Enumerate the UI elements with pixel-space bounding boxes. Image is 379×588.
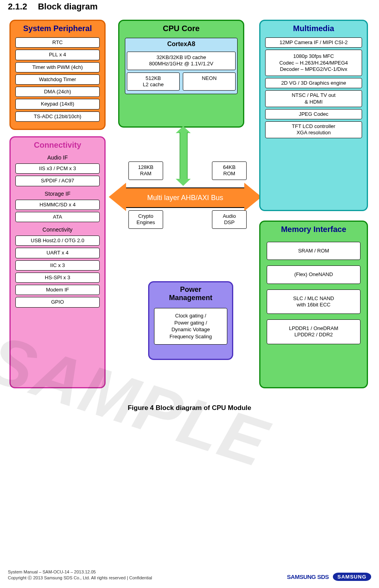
list-item: JPEG Codec [265,109,362,119]
vertical-connector [180,132,188,180]
bus-ram-box: 128KB RAM [128,161,163,180]
bus-audio-dsp-box: Audio DSP [212,210,247,229]
power-body: Clock gating / Power gating / Dynamic Vo… [154,308,227,344]
cpu-core-panel: CPU Core CortexA8 32KB/32KB I/D cache 80… [118,20,244,128]
list-item: (Flex) OneNAND [267,265,360,284]
multimedia-panel: Multimedia 12MP Camera IF / MIPI CSI-2 1… [259,20,368,211]
list-item: S/PDIF / AC97 [15,176,100,186]
list-item: NTSC / PAL TV out & HDMI [265,90,362,107]
list-item: 1080p 30fps MFC Codec – H.263/H.264/MPEG… [265,50,362,76]
connectivity-panel: Connectivity Audio IF IIS x3 / PCM x 3 S… [9,136,106,388]
l2-box: 512KB L2 cache [127,72,180,91]
cache-box: 32KB/32KB I/D cache 800MHz/1GHz @ 1.1V/1… [127,52,236,70]
list-item: GPIO [15,297,100,307]
section-title: Block diagram [38,2,98,11]
panel-title: Memory Interface [264,224,364,236]
arrow-down-icon [176,179,191,186]
list-item: Keypad (14x8) [15,99,100,109]
list-item: TS-ADC (12bit/10ch) [15,111,100,122]
list-item: IIC x 3 [15,260,100,271]
list-item: HSMMC/SD x 4 [15,200,100,210]
sub-heading: Audio IF [14,152,101,161]
panel-title: Multimedia [264,23,364,35]
footer-logos: SAMSUNG SDS SAMSUNG [287,573,371,581]
power-management-panel: Power Management Clock gating / Power ga… [148,281,233,360]
list-item: USB Host2.0 / OTG 2.0 [15,236,100,246]
panel-title: Power Management [152,285,229,304]
list-item: DMA (24ch) [15,87,100,97]
cortex-title: CortexA8 [127,40,236,49]
page-footer: System Manual – SAM-OCU-14 – 2013.12.05 … [8,569,371,581]
list-item: RTC [15,37,100,48]
panel-title: CPU Core [123,23,240,35]
memory-interface-panel: Memory Interface SRAM / ROM (Flex) OneNA… [259,221,368,388]
list-item: Timer with PWM (4ch) [15,62,100,72]
list-item: Modem IF [15,285,100,295]
footer-line: System Manual – SAM-OCU-14 – 2013.12.05 [8,569,152,575]
list-item: SRAM / ROM [267,242,360,260]
sub-heading: Storage IF [14,188,101,198]
list-item: TFT LCD controller XGA resolution [265,121,362,138]
block-diagram: System Peripheral RTC PLL x 4 Timer with… [8,20,370,398]
system-peripheral-panel: System Peripheral RTC PLL x 4 Timer with… [9,20,106,130]
footer-line: Copyright ⓒ 2013 Samsung SDS Co., Ltd. A… [8,575,152,581]
bus-crypto-box: Crypto Engines [128,210,163,229]
neon-box: NEON [183,72,236,91]
list-item: UART x 4 [15,248,100,258]
sub-heading: Connectivity [14,224,101,234]
section-heading: 2.1.2 Block diagram [8,0,371,20]
list-item: IIS x3 / PCM x 3 [15,163,100,174]
figure-caption: Figure 4 Block diagram of CPU Module [8,398,371,418]
samsung-logo: SAMSUNG [333,573,371,581]
section-number: 2.1.2 [8,2,35,12]
samsung-sds-logo: SAMSUNG SDS [287,573,329,580]
panel-title: System Peripheral [14,23,101,35]
list-item: Watchdog Timer [15,74,100,85]
bus-label: Multi layer AHB/AXI Bus [126,187,244,208]
list-item: 2D VG / 3D Graphics engine [265,78,362,88]
list-item: PLL x 4 [15,50,100,60]
list-item: ATA [15,212,100,222]
list-item: SLC / MLC NAND with 16bit ECC [267,289,360,314]
list-item: HS-SPI x 3 [15,273,100,283]
bus-arrow-left-icon [109,183,126,211]
bus-rom-box: 64KB ROM [212,161,247,180]
list-item: LPDDR1 / OneDRAM LPDDR2 / DDR2 [267,319,360,344]
cortex-panel: CortexA8 32KB/32KB I/D cache 800MHz/1GHz… [125,38,238,94]
panel-title: Connectivity [14,140,101,152]
list-item: 12MP Camera IF / MIPI CSI-2 [265,37,362,48]
